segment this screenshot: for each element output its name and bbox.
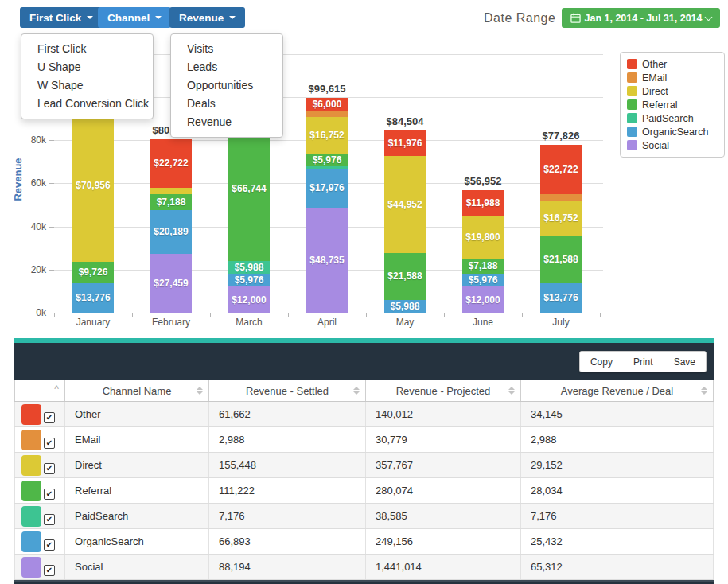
legend-swatch — [627, 72, 637, 83]
legend-label: PaidSearch — [642, 113, 694, 124]
x-axis-category-label: May — [369, 317, 441, 328]
x-axis-tick — [288, 313, 289, 317]
legend-label: Social — [642, 140, 669, 151]
channel-dropdown-button[interactable]: Channel — [98, 7, 171, 28]
menu-item-u-shape[interactable]: U Shape — [21, 58, 153, 76]
revenue-projected-cell: 1,441,014 — [366, 555, 521, 579]
bar-january: $13,776$9,726$70,956 — [72, 109, 114, 313]
table-row-email: ✔EMail2,98830,7792,988 — [14, 427, 714, 453]
channel-checkbox[interactable]: ✔ — [44, 539, 55, 551]
bar-total-label: $56,952 — [447, 175, 519, 187]
channel-checkbox[interactable]: ✔ — [44, 412, 55, 423]
date-range-button[interactable]: Jan 1, 2014 - Jul 31, 2014 — [562, 8, 720, 28]
bar-segment-email — [540, 194, 582, 201]
channel-name-cell: EMail — [65, 427, 209, 452]
column-header-label: Channel Name — [103, 385, 172, 397]
menu-item-revenue[interactable]: Revenue — [171, 113, 282, 131]
metric-dropdown-menu: VisitsLeadsOpportunitiesDealsRevenue — [170, 33, 283, 138]
segment-value-label: $16,752 — [309, 130, 344, 141]
bar-may: $5,988$21,588$44,952$11,976 — [384, 130, 426, 313]
segment-value-label: $5,988 — [391, 301, 420, 312]
legend-label: Other — [642, 59, 667, 70]
revenue-projected-cell: 249,156 — [366, 529, 521, 554]
metric-dropdown-button[interactable]: Revenue — [169, 7, 245, 28]
segment-value-label: $11,988 — [466, 197, 500, 208]
legend-item-paidsearch: PaidSearch — [627, 111, 718, 125]
menu-item-opportunities[interactable]: Opportunities — [171, 76, 282, 95]
column-header-average-revenue-deal[interactable]: Average Revenue / Deal — [521, 380, 714, 401]
bar-segment-direct: $16,752 — [540, 201, 582, 236]
bar-segment-other: $6,000 — [306, 98, 348, 111]
menu-item-visits[interactable]: Visits — [171, 40, 282, 58]
sort-up-arrow — [701, 387, 707, 390]
menu-item-w-shape[interactable]: W Shape — [21, 76, 153, 95]
channel-select-cell: ✔ — [14, 504, 65, 528]
channel-checkbox[interactable]: ✔ — [44, 565, 55, 576]
revenue-projected-cell: 140,012 — [366, 402, 521, 426]
bar-march: $12,000$5,976$5,988$66,744 — [228, 117, 270, 313]
segment-value-label: $5,988 — [235, 262, 264, 273]
bar-segment-organicsearch: $5,976 — [462, 274, 504, 286]
channel-color-swatch — [21, 506, 41, 527]
average-revenue-cell: 2,988 — [521, 427, 714, 452]
menu-item-leads[interactable]: Leads — [171, 58, 282, 76]
x-axis-tick — [444, 313, 445, 317]
segment-value-label: $12,000 — [232, 294, 266, 306]
segment-value-label: $66,744 — [232, 183, 266, 194]
x-axis-tick — [210, 313, 211, 317]
bar-segment-referral: $7,188 — [150, 194, 192, 209]
sort-icon[interactable] — [701, 387, 707, 395]
legend-swatch — [627, 140, 637, 150]
column-header-revenue-projected[interactable]: Revenue - Projected — [366, 380, 521, 401]
print-button[interactable]: Print — [623, 352, 664, 372]
segment-value-label: $9,726 — [79, 267, 108, 278]
sort-up-arrow — [353, 387, 360, 390]
menu-item-lead-conversion-click[interactable]: Lead Conversion Click — [21, 95, 153, 113]
menu-item-first-click[interactable]: First Click — [21, 40, 153, 58]
x-axis-tick — [600, 313, 601, 317]
channel-checkbox[interactable]: ✔ — [44, 514, 55, 525]
bar-segment-organicsearch: $5,976 — [228, 274, 270, 286]
x-axis-tick — [132, 313, 133, 317]
sort-icon[interactable] — [197, 387, 203, 395]
channel-name-cell: Direct — [65, 453, 209, 477]
column-header-channel-name[interactable]: Channel Name — [65, 380, 209, 401]
attribution-dropdown-button[interactable]: First Click — [20, 7, 103, 28]
bar-total-label: $77,826 — [525, 130, 597, 142]
save-button[interactable]: Save — [664, 352, 706, 372]
revenue-projected-cell: 30,779 — [366, 427, 521, 452]
sort-icon[interactable] — [353, 387, 360, 395]
table-row-paidsearch: ✔PaidSearch7,17638,5857,176 — [14, 504, 714, 529]
table-header-row: ^Channel NameRevenue - SettledRevenue - … — [14, 380, 714, 402]
column-header-label: Average Revenue / Deal — [561, 385, 673, 397]
sort-icon[interactable] — [508, 387, 515, 395]
chart-legend: OtherEMailDirectReferralPaidSearchOrgani… — [620, 52, 725, 158]
legend-item-other: Other — [627, 57, 718, 71]
x-axis-category-label: January — [57, 317, 129, 328]
table-row-referral: ✔Referral111,222280,07428,034 — [14, 478, 714, 504]
table-footer-bar — [14, 580, 714, 584]
channel-color-swatch — [21, 481, 41, 501]
channel-checkbox[interactable]: ✔ — [44, 489, 55, 500]
bar-segment-social: $27,459 — [150, 254, 192, 313]
bar-segment-other: $22,722 — [540, 145, 582, 194]
x-axis-tick — [522, 313, 523, 317]
legend-label: Direct — [642, 86, 668, 97]
channel-checkbox[interactable]: ✔ — [44, 438, 55, 449]
legend-item-social: Social — [627, 138, 718, 152]
date-range-label: Date Range — [484, 11, 555, 25]
y-axis-tick-label: 80k — [0, 134, 46, 146]
column-header-revenue-settled[interactable]: Revenue - Settled — [209, 380, 366, 401]
date-range-value: Jan 1, 2014 - Jul 31, 2014 — [584, 13, 702, 24]
segment-value-label: $22,722 — [543, 164, 578, 175]
menu-item-deals[interactable]: Deals — [171, 95, 282, 113]
bar-june: $12,000$5,976$7,188$19,800$11,988 — [462, 190, 504, 313]
x-axis-line — [54, 313, 603, 313]
row-select-column-header[interactable]: ^ — [14, 380, 65, 401]
copy-button[interactable]: Copy — [580, 352, 623, 372]
legend-item-referral: Referral — [627, 98, 718, 111]
channel-checkbox[interactable]: ✔ — [44, 463, 55, 474]
revenue-settled-cell: 111,222 — [209, 478, 366, 503]
average-revenue-cell: 28,034 — [521, 478, 714, 503]
bar-segment-direct: $44,952 — [384, 156, 426, 253]
